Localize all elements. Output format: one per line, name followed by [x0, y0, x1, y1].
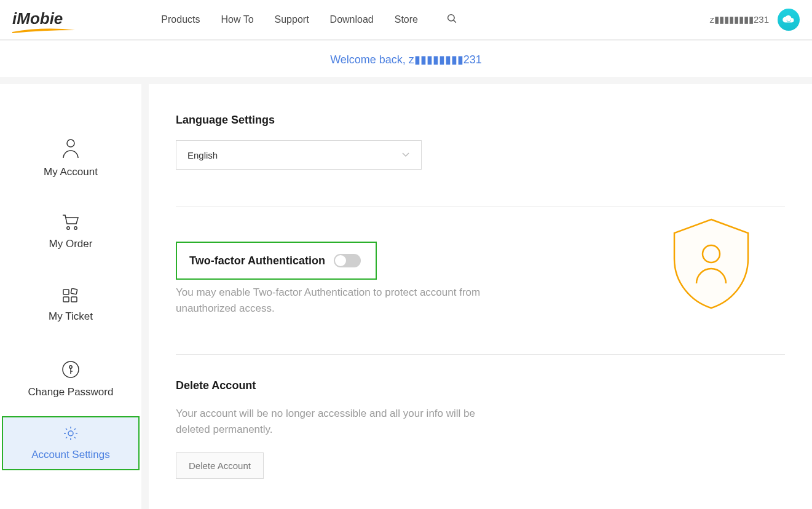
- svg-point-0: [448, 15, 455, 22]
- key-icon: [61, 360, 80, 381]
- main-nav: Products How To Support Download Store: [161, 13, 457, 26]
- shield-person-icon: [662, 215, 760, 313]
- sidebar-item-my-account[interactable]: My Account: [0, 121, 141, 195]
- sidebar-item-my-order[interactable]: My Order: [0, 195, 141, 269]
- brand-text: iMobie: [12, 9, 63, 28]
- header: iMobie Products How To Support Download …: [0, 0, 812, 40]
- svg-rect-9: [63, 297, 69, 302]
- cloud-icon: [782, 15, 795, 25]
- twofa-header-box: Two-factor Authentication: [176, 242, 377, 280]
- header-user: z▮▮▮▮▮▮▮▮231: [709, 9, 800, 31]
- sidebar-item-label: Account Settings: [31, 449, 110, 461]
- svg-point-12: [69, 366, 72, 368]
- svg-rect-7: [63, 290, 69, 294]
- gear-icon: [63, 425, 79, 444]
- svg-point-6: [74, 227, 77, 229]
- cart-icon: [61, 213, 80, 233]
- nav-products[interactable]: Products: [161, 14, 200, 25]
- content: Language Settings English Two-factor Aut…: [149, 84, 812, 509]
- twofa-title: Two-factor Authentication: [189, 254, 325, 267]
- delete-section: Delete Account Your account will be no l…: [176, 354, 785, 504]
- language-section: Language Settings English: [176, 114, 785, 194]
- delete-description: Your account will be no longer accessibl…: [176, 406, 502, 438]
- sidebar-item-label: My Ticket: [49, 310, 93, 323]
- ticket-grid-icon: [62, 288, 79, 306]
- language-select[interactable]: English: [176, 140, 422, 170]
- nav-store[interactable]: Store: [395, 14, 418, 25]
- sidebar-item-change-password[interactable]: Change Password: [0, 342, 141, 416]
- chevron-down-icon: [401, 152, 410, 158]
- language-selected-value: English: [187, 150, 218, 160]
- svg-point-3: [790, 20, 790, 20]
- delete-title: Delete Account: [176, 379, 785, 392]
- twofa-toggle[interactable]: [334, 254, 361, 267]
- main-layout: My Account My Order My Tick: [0, 84, 812, 509]
- welcome-text: Welcome back, z▮▮▮▮▮▮▮▮231: [330, 53, 482, 66]
- svg-point-15: [68, 431, 73, 436]
- nav-download[interactable]: Download: [330, 14, 374, 25]
- person-icon: [61, 138, 80, 161]
- svg-point-2: [787, 20, 787, 20]
- logo-underline: [12, 28, 75, 33]
- brand-logo[interactable]: iMobie: [12, 9, 63, 31]
- toggle-knob: [335, 255, 346, 266]
- welcome-bar: Welcome back, z▮▮▮▮▮▮▮▮231: [0, 41, 812, 78]
- sidebar: My Account My Order My Tick: [0, 84, 141, 509]
- security-shield-badge: [662, 215, 760, 315]
- twofa-section: Two-factor Authentication You may enable…: [176, 207, 785, 342]
- header-username: z▮▮▮▮▮▮▮▮231: [709, 14, 769, 25]
- svg-point-5: [67, 227, 69, 229]
- svg-line-1: [454, 20, 456, 23]
- nav-how-to[interactable]: How To: [221, 14, 253, 25]
- svg-rect-8: [71, 288, 77, 294]
- avatar[interactable]: [778, 9, 800, 31]
- twofa-description: You may enable Two-factor Authentication…: [176, 285, 502, 317]
- sidebar-item-label: Change Password: [28, 386, 114, 398]
- nav-support[interactable]: Support: [275, 14, 309, 25]
- sidebar-item-label: My Order: [49, 238, 93, 250]
- search-icon: [446, 13, 457, 24]
- language-title: Language Settings: [176, 114, 785, 127]
- sidebar-item-label: My Account: [44, 166, 98, 178]
- svg-rect-10: [71, 297, 77, 302]
- svg-point-4: [67, 140, 74, 147]
- sidebar-item-account-settings[interactable]: Account Settings: [2, 416, 140, 470]
- sidebar-item-my-ticket[interactable]: My Ticket: [0, 269, 141, 342]
- search-button[interactable]: [446, 13, 457, 26]
- delete-account-button[interactable]: Delete Account: [176, 452, 264, 479]
